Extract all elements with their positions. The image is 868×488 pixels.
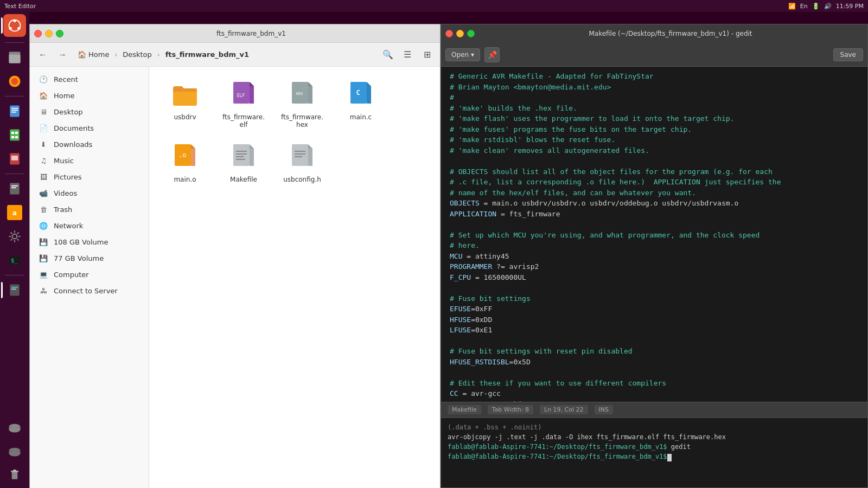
sidebar-item-recent[interactable]: 🕐 Recent [30,71,149,87]
svg-rect-21 [11,187,16,188]
gedit-window: Makefile (~/Desktop/fts_firmware_bdm_v1)… [441,24,868,488]
sidebar-item-videos[interactable]: 📹 Videos [30,185,149,201]
search-button[interactable]: 🔍 [379,46,397,63]
firefox-taskbar-button[interactable] [3,70,26,93]
file-manager-minimize-button[interactable] [45,30,53,37]
gedit-open-button[interactable]: Open ▾ [445,48,480,61]
system-bar-right: 📶 En 🔋 🔊 11:59 PM [788,3,864,10]
calc-taskbar-button[interactable] [3,124,26,146]
sidebar-item-music[interactable]: ♫ Music [30,152,149,169]
gedit-toolbar: Open ▾ 📌 Save [441,43,867,67]
sidebar-item-pictures[interactable]: 🖼 Pictures [30,169,149,185]
usbdrv-folder-icon [172,80,198,110]
trash-sidebar-icon: 🗑 [39,204,48,214]
breadcrumb-current[interactable]: fts_firmware_bdm_v1 [161,48,253,61]
wifi-icon: 📶 [788,3,796,10]
view-grid-button[interactable]: ⊞ [418,46,436,63]
gedit-close-button[interactable] [445,30,453,37]
back-button[interactable]: ← [34,46,52,63]
taskbar-divider-4 [5,275,24,275]
svg-text:HEX: HEX [296,92,303,96]
svg-text:a: a [12,209,17,217]
trash-taskbar-button[interactable] [3,463,26,486]
tab-width-status[interactable]: Tab Width: 8 [488,405,533,414]
svg-rect-67 [295,151,305,152]
file-item-elf[interactable]: ELF fts_firmware.elf [216,75,271,133]
code-content: # Generic AVR Makefile - Adapted for Fab… [441,67,867,402]
svg-text:ELF: ELF [237,93,245,98]
breadcrumb-desktop[interactable]: Desktop [118,48,156,61]
main-o-label: main.o [174,176,196,183]
svg-rect-65 [292,144,308,166]
file-item-makefile[interactable]: Makefile [216,138,271,188]
file-manager-close-button[interactable] [34,30,42,37]
file-item-main-o[interactable]: .o main.o [158,138,212,188]
forward-button[interactable]: → [54,46,71,63]
gedit-maximize-button[interactable] [467,30,475,37]
settings-taskbar-button[interactable] [3,225,26,248]
svg-rect-44 [12,472,18,479]
svg-rect-69 [295,156,302,157]
svg-rect-11 [11,112,16,113]
view-list-button[interactable]: ☰ [399,46,416,63]
gedit2-taskbar-button[interactable] [3,279,26,301]
home-sidebar-icon: 🏠 [39,91,48,100]
svg-rect-46 [13,470,16,471]
file-item-main-c[interactable]: C main.c [334,75,388,133]
sidebar-item-108gb[interactable]: 💾 108 GB Volume [30,234,149,250]
file-manager-maximize-button[interactable] [56,30,63,37]
gedit-minimize-button[interactable] [456,30,464,37]
svg-rect-62 [236,153,247,155]
disk2-taskbar-button[interactable] [3,439,26,462]
svg-rect-48 [250,86,254,104]
system-bar-left: Text Editor [4,3,36,10]
gedit-save-button[interactable]: Save [833,48,863,61]
files-taskbar-button[interactable] [3,46,26,69]
ubuntu-button[interactable] [3,14,26,37]
file-item-usbdrv[interactable]: usbdrv [158,75,212,133]
gedit-taskbar-button[interactable] [3,177,26,200]
clock: 11:59 PM [836,3,864,10]
breadcrumb-sep-2: › [157,51,160,59]
svg-rect-37 [11,288,16,290]
svg-rect-64 [236,159,245,160]
sidebar-item-connect-to-server[interactable]: 🖧 Connect to Server [30,282,149,299]
documents-icon: 📄 [39,123,48,133]
sidebar-item-desktop[interactable]: 🖥 Desktop [30,104,149,120]
sidebar-item-trash[interactable]: 🗑 Trash [30,201,149,217]
svg-rect-20 [11,185,18,187]
music-icon: ♫ [39,156,48,165]
file-type-status[interactable]: Makefile [448,405,481,414]
svg-rect-54 [367,86,371,104]
mode-status[interactable]: INS [595,405,613,414]
svg-text:.o: .o [178,151,186,159]
position-status[interactable]: Ln 19, Col 22 [540,405,588,414]
writer-taskbar-button[interactable] [3,100,26,123]
file-item-hex[interactable]: HEX fts_firmware.hex [275,75,329,133]
amazon-taskbar-button[interactable]: a [3,201,26,224]
home-icon: 🏠 [78,50,86,59]
makefile-label: Makefile [230,176,257,183]
elf-label: fts_firmware.elf [221,113,266,129]
impress-taskbar-button[interactable] [3,147,26,170]
svg-line-29 [11,233,12,234]
terminal-taskbar-button[interactable]: $_ [3,249,26,272]
gedit-code-area[interactable]: # Generic AVR Makefile - Adapted for Fab… [441,67,867,402]
svg-rect-59 [233,144,250,166]
sidebar-item-documents[interactable]: 📄 Documents [30,120,149,136]
sidebar-item-downloads[interactable]: ⬇ Downloads [30,136,149,152]
file-manager-titlebar: fts_firmware_bdm_v1 [30,24,440,43]
breadcrumb-home[interactable]: 🏠 Home [73,48,113,61]
system-bar: Text Editor 📶 En 🔋 🔊 11:59 PM [0,0,868,12]
svg-line-31 [17,233,19,234]
sidebar-item-home[interactable]: 🏠 Home [30,87,149,104]
sidebar-item-computer[interactable]: 💻 Computer [30,266,149,282]
disk-taskbar-button[interactable] [3,415,26,438]
svg-line-30 [17,239,19,241]
svg-rect-19 [10,183,20,195]
sidebar-item-77gb[interactable]: 💾 77 GB Volume [30,250,149,266]
sidebar-item-network[interactable]: 🌐 Network [30,217,149,234]
file-item-usbconfig[interactable]: usbconfig.h [275,138,329,188]
gedit-pin-button[interactable]: 📌 [484,47,500,62]
svg-rect-14 [15,132,18,134]
